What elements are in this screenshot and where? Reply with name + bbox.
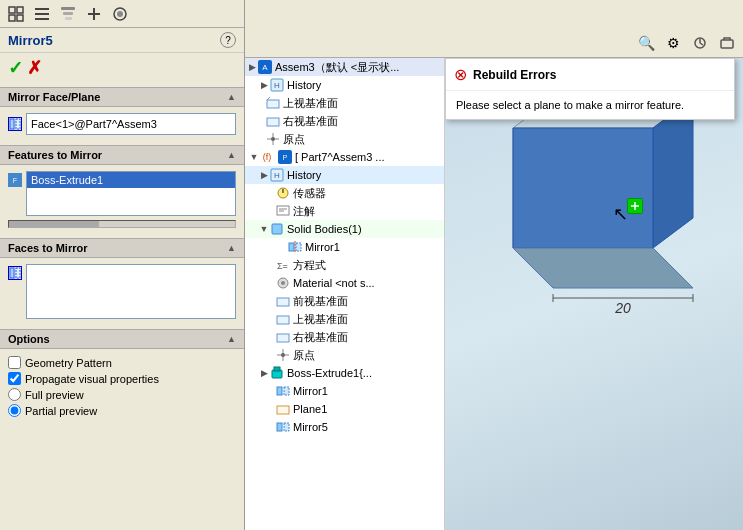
features-section-header[interactable]: Features to Mirror ▲ xyxy=(0,145,244,165)
item-label-mirror1-feat: Mirror1 xyxy=(293,385,328,397)
toolbar-btn-2[interactable] xyxy=(30,2,54,26)
tree-item-front-plane[interactable]: 前视基准面 xyxy=(245,292,444,310)
search-icon-btn[interactable]: 🔍 xyxy=(634,31,658,55)
item-label-right-plane2: 右视基准面 xyxy=(293,330,348,345)
tree-item-right-plane2[interactable]: 右视基准面 xyxy=(245,328,444,346)
tree-item-mirror1-feat[interactable]: Mirror1 xyxy=(245,382,444,400)
propagate-label: Propagate visual properties xyxy=(25,373,159,385)
features-icon: F xyxy=(8,173,22,187)
history-top-icon: H xyxy=(269,77,285,93)
history-top-arrow: ▶ xyxy=(259,80,269,90)
tree-item-sensor[interactable]: 传感器 xyxy=(245,184,444,202)
features-collapse-icon[interactable]: ▲ xyxy=(227,150,236,160)
faces-listbox[interactable] xyxy=(26,264,236,319)
svg-rect-2 xyxy=(9,15,15,21)
mirror-face-input[interactable] xyxy=(26,113,236,135)
confirm-button[interactable]: ✓ xyxy=(8,57,23,79)
svg-text:Σ=: Σ= xyxy=(277,261,288,271)
faces-content xyxy=(0,258,244,325)
faces-icon xyxy=(8,266,22,280)
faces-collapse-icon[interactable]: ▲ xyxy=(227,243,236,253)
svg-rect-48 xyxy=(277,316,289,324)
toolbar-btn-3[interactable] xyxy=(56,2,80,26)
tree-root[interactable]: ▶ A Assem3（默认 <显示状... xyxy=(245,58,444,76)
plane-icon-1 xyxy=(265,95,281,111)
3d-viewport[interactable]: ⊗ Rebuild Errors Please select a plane t… xyxy=(445,58,743,530)
gear-icon-btn[interactable]: ⚙ xyxy=(661,31,685,55)
tree-item-equations[interactable]: Σ= 方程式 xyxy=(245,256,444,274)
part7-asm-icon: P xyxy=(277,149,293,165)
options-content: Geometry Pattern Propagate visual proper… xyxy=(0,349,244,424)
options-label: Options xyxy=(8,333,50,345)
full-preview-label: Full preview xyxy=(25,389,84,401)
tree-history-top[interactable]: ▶ H History xyxy=(245,76,444,94)
tree-item-annotation[interactable]: 注解 xyxy=(245,202,444,220)
faces-label: Faces to Mirror xyxy=(8,242,87,254)
item-label-annotation: 注解 xyxy=(293,204,315,219)
item-label-top-plane2: 上视基准面 xyxy=(293,312,348,327)
content-area: ▶ A Assem3（默认 <显示状... ▶ H History xyxy=(245,58,743,530)
svg-rect-3 xyxy=(17,15,23,21)
tree-item-boss-extrude[interactable]: ▶ Boss-Extrude1{... xyxy=(245,364,444,382)
item-label-solid-bodies: Solid Bodies(1) xyxy=(287,223,362,235)
propagate-checkbox[interactable] xyxy=(8,372,21,385)
root-asm-icon: A xyxy=(257,59,273,75)
tree-item-right-view[interactable]: 右视基准面 xyxy=(245,112,444,130)
toolbar-btn-4[interactable] xyxy=(82,2,106,26)
options-section-header[interactable]: Options ▲ xyxy=(0,329,244,349)
svg-rect-7 xyxy=(61,7,75,10)
tree-item-solid-bodies[interactable]: ▼ Solid Bodies(1) xyxy=(245,220,444,238)
error-icon: ⊗ xyxy=(454,65,467,84)
solid-bodies-arrow: ▼ xyxy=(259,224,269,234)
svg-rect-42 xyxy=(296,243,301,251)
svg-rect-9 xyxy=(65,17,72,20)
svg-marker-63 xyxy=(513,128,653,248)
extra-btn2[interactable] xyxy=(715,31,739,55)
equations-icon: Σ= xyxy=(275,257,291,273)
cursor-green-indicator xyxy=(627,198,643,214)
boss-extrude-icon xyxy=(269,365,285,381)
tree-item-plane1[interactable]: Plane1 xyxy=(245,400,444,418)
toolbar-btn-1[interactable] xyxy=(4,2,28,26)
tree-item-mirror1-body[interactable]: Mirror1 xyxy=(245,238,444,256)
help-button[interactable]: ? xyxy=(220,32,236,48)
item-label-history2: History xyxy=(287,169,321,181)
tree-item-origin[interactable]: 原点 xyxy=(245,130,444,148)
tree-item-top-view[interactable]: 上视基准面 xyxy=(245,94,444,112)
tree-item-material[interactable]: Material <not s... xyxy=(245,274,444,292)
cancel-button[interactable]: ✗ xyxy=(27,57,42,79)
features-listbox[interactable]: Boss-Extrude1 xyxy=(26,171,236,216)
geometry-pattern-checkbox[interactable] xyxy=(8,356,21,369)
tree-item-mirror5[interactable]: Mirror5 xyxy=(245,418,444,436)
root-arrow-icon: ▶ xyxy=(247,62,257,72)
main-layout: Mirror5 ? ✓ ✗ Mirror Face/Plane ▲ xyxy=(0,28,743,530)
mirror-face-collapse-icon[interactable]: ▲ xyxy=(227,92,236,102)
full-preview-radio[interactable] xyxy=(8,388,21,401)
extra-btn1[interactable] xyxy=(688,31,712,55)
tree-item-part7[interactable]: ▼ (f) P [ Part7^Assem3 ... xyxy=(245,148,444,166)
svg-rect-15 xyxy=(16,119,20,129)
features-scrollbar[interactable] xyxy=(8,220,236,228)
options-collapse-icon[interactable]: ▲ xyxy=(227,334,236,344)
right-plane-icon-2 xyxy=(275,329,291,345)
tree-item-history2[interactable]: ▶ H History xyxy=(245,166,444,184)
svg-rect-41 xyxy=(289,243,294,251)
svg-line-22 xyxy=(700,43,703,45)
feature-tree: ▶ A Assem3（默认 <显示状... ▶ H History xyxy=(245,58,445,530)
features-item[interactable]: Boss-Extrude1 xyxy=(27,172,235,188)
faces-section-header[interactable]: Faces to Mirror ▲ xyxy=(0,238,244,258)
material-icon xyxy=(275,275,291,291)
tree-item-top-plane2[interactable]: 上视基准面 xyxy=(245,310,444,328)
item-label-mirror5: Mirror5 xyxy=(293,421,328,433)
error-message: Please select a plane to make a mirror f… xyxy=(446,91,734,119)
svg-rect-14 xyxy=(10,119,14,129)
svg-text:H: H xyxy=(274,171,280,180)
item-label-origin2: 原点 xyxy=(293,348,315,363)
partial-preview-radio[interactable] xyxy=(8,404,21,417)
mirror-face-section-header[interactable]: Mirror Face/Plane ▲ xyxy=(0,87,244,107)
svg-rect-59 xyxy=(284,423,289,431)
mirror-face-row xyxy=(8,113,236,135)
svg-rect-4 xyxy=(35,8,49,10)
toolbar-btn-5[interactable] xyxy=(108,2,132,26)
tree-item-origin2[interactable]: 原点 xyxy=(245,346,444,364)
